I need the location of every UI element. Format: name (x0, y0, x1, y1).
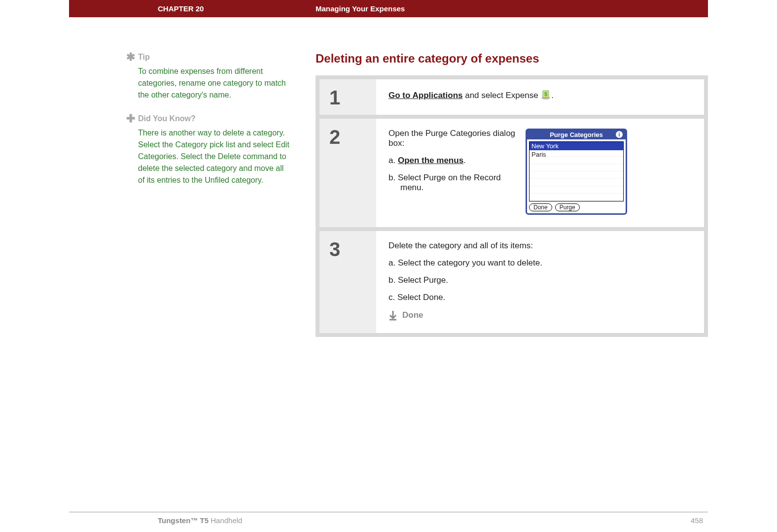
step-2: 2 Open the Purge Categories dialog box: … (319, 119, 704, 227)
plus-icon: ✚ (123, 113, 138, 124)
step-number: 3 (319, 231, 376, 333)
asterisk-icon: ✱ (123, 52, 138, 63)
step3-a: a. Select the category you want to delet… (388, 258, 692, 268)
didyouknow-body: There is another way to delete a categor… (138, 127, 291, 186)
list-item[interactable]: New York (530, 142, 623, 150)
list-item[interactable]: Paris (530, 150, 623, 159)
tip-note: ✱ Tip To combine expenses from different… (138, 52, 291, 101)
dialog-title-bar: Purge Categories i (527, 130, 626, 139)
done-button[interactable]: Done (529, 203, 552, 211)
steps-container: 1 Go to Applications and select Expense … (316, 75, 708, 337)
page-footer: Tungsten™ T5 Handheld 458 (69, 512, 708, 525)
open-the-menus-link[interactable]: Open the menus (398, 156, 463, 165)
step3-b: b. Select Purge. (388, 275, 692, 285)
down-arrow-icon (388, 310, 397, 321)
step2-a-after: . (463, 156, 466, 165)
step2-a-prefix: a. (388, 156, 398, 165)
step2-b: b. Select Purge on the Record menu. (388, 173, 517, 193)
step-number: 1 (319, 79, 376, 115)
step2-lead: Open the Purge Categories dialog box: (388, 129, 517, 148)
header-title: Managing Your Expenses (316, 4, 405, 13)
page-header: CHAPTER 20 Managing Your Expenses (69, 0, 708, 17)
purge-categories-dialog: Purge Categories i New York Paris Done P… (526, 129, 627, 215)
page-number: 458 (691, 516, 703, 525)
step1-period: . (551, 91, 554, 100)
product-name: Tungsten™ T5 Handheld (158, 516, 242, 525)
step-number: 2 (319, 119, 376, 227)
info-icon[interactable]: i (616, 131, 623, 138)
didyouknow-note: ✚ Did You Know? There is another way to … (138, 113, 291, 186)
expense-app-icon: $ (540, 89, 551, 102)
step-3: 3 Delete the category and all of its ite… (319, 231, 704, 333)
dialog-title: Purge Categories (550, 131, 603, 138)
tip-label: Tip (138, 53, 150, 62)
tip-body: To combine expenses from different categ… (138, 66, 291, 101)
didyouknow-label: Did You Know? (138, 114, 196, 123)
step-1: 1 Go to Applications and select Expense … (319, 79, 704, 115)
chapter-label: CHAPTER 20 (158, 4, 316, 13)
go-to-applications-link[interactable]: Go to Applications (388, 91, 462, 100)
step1-text: and select Expense (462, 91, 540, 100)
done-label: Done (402, 310, 424, 320)
step3-lead: Delete the category and all of its items… (388, 241, 692, 251)
step3-c: c. Select Done. (388, 293, 692, 302)
category-list[interactable]: New York Paris (529, 141, 624, 201)
sidebar: ✱ Tip To combine expenses from different… (138, 52, 291, 337)
section-title: Deleting an entire category of expenses (316, 52, 708, 66)
svg-text:$: $ (544, 91, 547, 97)
purge-button[interactable]: Purge (555, 203, 580, 211)
done-indicator: Done (388, 310, 692, 321)
